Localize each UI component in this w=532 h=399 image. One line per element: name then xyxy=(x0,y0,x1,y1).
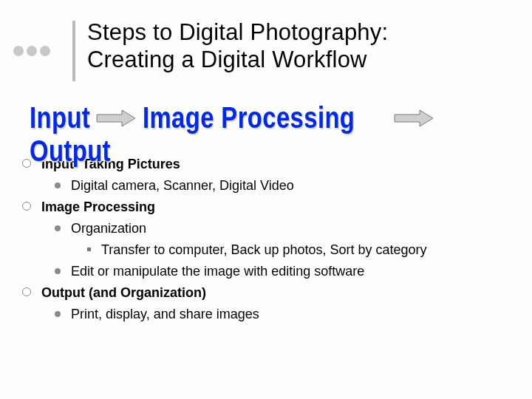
title-divider xyxy=(72,21,75,81)
item-text: Digital camera, Scanner, Digital Video xyxy=(71,178,294,193)
list-item: Organization xyxy=(55,219,532,239)
flow-output-label: Output xyxy=(30,134,111,168)
svg-marker-0 xyxy=(97,110,135,126)
title-line-2: Creating a Digital Workflow xyxy=(87,47,367,72)
bullet-disc-icon xyxy=(55,268,61,274)
bullet-circle-icon xyxy=(22,287,31,296)
item-text: Image Processing xyxy=(41,200,155,214)
bullet-circle-icon xyxy=(22,202,31,211)
list-item: Edit or manipulate the image with editin… xyxy=(55,262,532,282)
item-text: Organization xyxy=(71,221,146,236)
list-item: Transfer to computer, Back up photos, So… xyxy=(87,240,532,260)
bullet-square-icon xyxy=(87,248,91,251)
list-item: Output (and Organization) xyxy=(22,283,532,303)
outline-list: Input: Taking Pictures Digital camera, S… xyxy=(22,154,532,324)
arrow-right-icon xyxy=(393,109,434,128)
arrow-right-icon xyxy=(95,109,137,128)
flow-processing-label: Image Processing xyxy=(143,101,355,134)
header: Steps to Digital Photography: Creating a… xyxy=(0,0,532,85)
bullet-disc-icon xyxy=(55,311,61,317)
title-line-1: Steps to Digital Photography: xyxy=(87,19,388,45)
list-item: Digital camera, Scanner, Digital Video xyxy=(55,176,532,196)
list-item: Image Processing xyxy=(22,197,532,217)
item-text: Edit or manipulate the image with editin… xyxy=(71,264,364,279)
svg-marker-1 xyxy=(395,110,433,126)
flow-input-label: Input xyxy=(30,101,90,134)
page-title: Steps to Digital Photography: Creating a… xyxy=(87,18,388,73)
item-text: Print, display, and share images xyxy=(71,307,259,321)
workflow-diagram: Input Image Processing Output xyxy=(30,101,532,146)
decorative-dots xyxy=(13,46,53,59)
bullet-disc-icon xyxy=(55,183,61,188)
list-item: Print, display, and share images xyxy=(55,304,532,324)
item-text: Output (and Organization) xyxy=(41,285,206,300)
bullet-disc-icon xyxy=(55,225,61,231)
item-text: Transfer to computer, Back up photos, So… xyxy=(101,242,427,257)
